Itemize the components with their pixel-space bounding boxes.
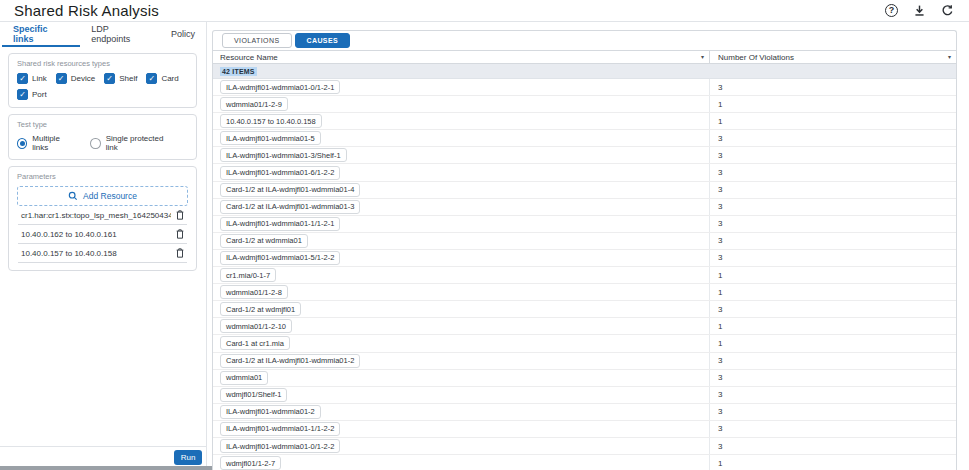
resource-chip[interactable]: Card-1/2 at ILA-wdmjfl01-wdmmia01-3 [220, 200, 360, 214]
test-type-options: Multiple links Single protected link [17, 134, 188, 152]
search-icon [68, 191, 78, 201]
table-row[interactable]: ILA-wdmjfl01-wdmmia01-5/1-2-2 3 [213, 250, 956, 267]
resource-type-options: ✓ Link ✓ Device ✓ Shelf ✓ Card [17, 73, 188, 100]
sidebar: Specific links LDP endpoints Policy Shar… [0, 22, 207, 470]
table-row[interactable]: ILA-wdmjfl01-wdmmia01-5 3 [213, 130, 956, 147]
table-row[interactable]: Card-1 at cr1.mia 1 [213, 335, 956, 352]
table-row[interactable]: ILA-wdmjfl01-wdmmia01-6/1-2-2 3 [213, 164, 956, 181]
resource-chip[interactable]: wdmmia01/1-2-8 [220, 285, 288, 299]
table-row[interactable]: ILA-wdmjfl01-wdmmia01-0/1-2-2 3 [213, 438, 956, 455]
header-icons: ? [884, 3, 955, 18]
resource-chip[interactable]: wdmmia01/1-2-10 [220, 319, 292, 333]
trash-icon[interactable] [175, 209, 187, 222]
resource-chip[interactable]: ILA-wdmjfl01-wdmmia01-6/1-2-2 [220, 166, 340, 180]
add-resource-button[interactable]: Add Resource [17, 186, 188, 206]
table-row[interactable]: ILA-wdmjfl01-wdmmia01-1/1-2-2 3 [213, 421, 956, 438]
trash-icon[interactable] [175, 228, 187, 241]
resource-chip[interactable]: wdmmia01/1-2-9 [220, 97, 288, 111]
results-tab[interactable]: CAUSES [295, 33, 351, 48]
resource-chip[interactable]: ILA-wdmjfl01-wdmmia01-3/Shelf-1 [220, 148, 347, 162]
table-row[interactable]: ILA-wdmjfl01-wdmmia01-1/1-2-1 3 [213, 216, 956, 233]
trash-icon[interactable] [175, 247, 187, 260]
table-row[interactable]: Card-1/2 at wdmjfl01 3 [213, 301, 956, 318]
sidebar-tab[interactable]: Policy [160, 22, 206, 47]
checkbox[interactable]: ✓ [146, 73, 157, 84]
checkbox[interactable]: ✓ [104, 73, 115, 84]
radio-option[interactable]: Multiple links [17, 134, 74, 152]
resource-chip[interactable]: Card-1 at cr1.mia [220, 336, 290, 350]
checkbox[interactable]: ✓ [17, 89, 28, 100]
resource-chip[interactable]: ILA-wdmjfl01-wdmmia01-5 [220, 131, 321, 145]
resource-chip[interactable]: wdmmia01 [220, 371, 268, 385]
table-row[interactable]: Card-1/2 at ILA-wdmjfl01-wdmmia01-2 3 [213, 353, 956, 370]
table-row[interactable]: cr1.mia/0-1-7 1 [213, 267, 956, 284]
parameter-value: cr1.har:cr1.stx:topo_lsp_mesh_164250434.… [18, 211, 171, 220]
violations-count: 3 [709, 387, 956, 403]
resource-chip[interactable]: ILA-wdmjfl01-wdmmia01-0/1-2-2 [220, 439, 340, 453]
violations-count: 3 [709, 404, 956, 420]
checkbox-option[interactable]: ✓ Link [17, 73, 47, 84]
table-body: ILA-wdmjfl01-wdmmia01-0/1-2-1 3 wdmmia01… [213, 79, 956, 470]
column-header-violations[interactable]: Number Of Violations ▾ [709, 51, 956, 63]
checkbox-option[interactable]: ✓ Shelf [104, 73, 137, 84]
resource-chip[interactable]: Card-1/2 at wdmjfl01 [220, 302, 301, 316]
resource-types-card: Shared risk resources types ✓ Link ✓ Dev… [8, 53, 197, 108]
resource-chip[interactable]: wdmjfl01/1-2-7 [220, 456, 281, 470]
sidebar-tab[interactable]: Specific links [2, 22, 80, 47]
radio-icon[interactable] [17, 138, 27, 149]
resource-chip[interactable]: ILA-wdmjfl01-wdmmia01-5/1-2-2 [220, 251, 340, 265]
table-row[interactable]: wdmmia01 3 [213, 370, 956, 387]
refresh-icon[interactable] [940, 3, 955, 18]
parameter-row: 10.40.0.157 to 10.40.0.158 [18, 244, 187, 263]
violations-count: 1 [709, 284, 956, 300]
run-button[interactable]: Run [174, 450, 202, 465]
violations-count: 3 [709, 250, 956, 266]
table-row[interactable]: wdmmia01/1-2-8 1 [213, 284, 956, 301]
table-row[interactable]: wdmmia01/1-2-10 1 [213, 318, 956, 335]
check-icon: ✓ [58, 75, 65, 83]
table-row[interactable]: Card-1/2 at ILA-wdmjfl01-wdmmia01-4 3 [213, 182, 956, 199]
violations-count: 3 [709, 233, 956, 249]
checkbox-option[interactable]: ✓ Card [146, 73, 178, 84]
checkbox-option[interactable]: ✓ Device [56, 73, 95, 84]
table-row[interactable]: wdmjfl01/1-2-7 1 [213, 455, 956, 470]
resource-types-label: Shared risk resources types [17, 59, 188, 68]
violations-count: 1 [709, 267, 956, 283]
check-icon: ✓ [19, 91, 26, 99]
caret-down-icon[interactable]: ▾ [701, 54, 704, 60]
violations-count: 3 [709, 370, 956, 386]
parameter-list: cr1.har:cr1.stx:topo_lsp_mesh_164250434.… [17, 206, 188, 263]
table-row[interactable]: ILA-wdmjfl01-wdmmia01-3/Shelf-1 3 [213, 147, 956, 164]
resource-chip[interactable]: ILA-wdmjfl01-wdmmia01-2 [220, 405, 321, 419]
radio-option[interactable]: Single protected link [90, 134, 172, 152]
column-header-resource-name[interactable]: Resource Name ▾ [213, 53, 709, 62]
resource-chip[interactable]: Card-1/2 at wdmmia01 [220, 234, 308, 248]
table-row[interactable]: ILA-wdmjfl01-wdmmia01-2 3 [213, 404, 956, 421]
download-icon[interactable] [912, 3, 927, 18]
check-icon: ✓ [106, 75, 113, 83]
table-row[interactable]: wdmmia01/1-2-9 1 [213, 96, 956, 113]
sidebar-tab[interactable]: LDP endpoints [80, 22, 160, 47]
table-row[interactable]: ILA-wdmjfl01-wdmmia01-0/1-2-1 3 [213, 79, 956, 96]
resource-chip[interactable]: Card-1/2 at ILA-wdmjfl01-wdmmia01-2 [220, 354, 360, 368]
resource-chip[interactable]: Card-1/2 at ILA-wdmjfl01-wdmmia01-4 [220, 183, 360, 197]
resource-chip[interactable]: ILA-wdmjfl01-wdmmia01-1/1-2-2 [220, 422, 340, 436]
table-row[interactable]: Card-1/2 at ILA-wdmjfl01-wdmmia01-3 3 [213, 199, 956, 216]
checkbox-option[interactable]: ✓ Port [17, 89, 47, 100]
table-row[interactable]: Card-1/2 at wdmmia01 3 [213, 233, 956, 250]
help-icon[interactable]: ? [884, 3, 899, 18]
resource-chip[interactable]: cr1.mia/0-1-7 [220, 268, 276, 282]
resource-chip[interactable]: wdmjfl01/Shelf-1 [220, 388, 287, 402]
table-row[interactable]: 10.40.0.157 to 10.40.0.158 1 [213, 113, 956, 130]
page-title: Shared Risk Analysis [0, 2, 159, 19]
resource-chip[interactable]: 10.40.0.157 to 10.40.0.158 [220, 114, 322, 128]
checkbox-label: Card [161, 74, 178, 83]
checkbox[interactable]: ✓ [17, 73, 28, 84]
resource-chip[interactable]: ILA-wdmjfl01-wdmmia01-1/1-2-1 [220, 217, 340, 231]
table-row[interactable]: wdmjfl01/Shelf-1 3 [213, 387, 956, 404]
results-tab[interactable]: VIOLATIONS [222, 33, 292, 48]
caret-down-icon[interactable]: ▾ [948, 54, 951, 60]
resource-chip[interactable]: ILA-wdmjfl01-wdmmia01-0/1-2-1 [220, 80, 340, 94]
checkbox[interactable]: ✓ [56, 73, 67, 84]
radio-icon[interactable] [90, 138, 100, 149]
